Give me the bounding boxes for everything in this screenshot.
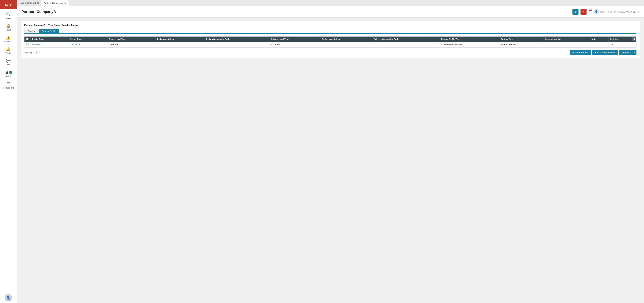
tab-general[interactable]: General xyxy=(24,29,38,33)
profile-name-link[interactable]: PP35000002 xyxy=(32,44,44,46)
table-cell: Supplier Partner xyxy=(499,42,543,48)
app-logo: one xyxy=(0,0,16,9)
actions-caret-icon[interactable]: ▾ xyxy=(632,50,636,55)
collapse-table-button[interactable]: ◀▶ xyxy=(632,37,636,41)
viewing-text: Viewing 1-1 of 1 xyxy=(24,51,40,54)
table-row: PP35000002CompanyAPalletizedPalletizedSt… xyxy=(24,42,636,48)
search-icon: 🔍 xyxy=(6,13,10,17)
sidebar-item-menus[interactable]: ☰ Menus/Favs xyxy=(0,80,16,91)
sidebar-item-switch[interactable]: 🖥 ⇄ Switch xyxy=(0,68,16,80)
sidebar-item-label: Home xyxy=(6,29,11,31)
table-header-row: Profile Name Partner Name Pickup Load Ty… xyxy=(24,37,636,42)
sidebar-item-label: Chats xyxy=(6,64,11,66)
username-label: TMS.TRANSPORTATION_MANAGER xyxy=(600,11,637,13)
page-header: Partner: CompanyA ↻ ✕ ☰ 👤 TMS.TRANSPORTA… xyxy=(17,6,644,18)
refresh-button[interactable]: ↻ xyxy=(572,9,578,15)
bell-icon: 🔔 xyxy=(6,48,10,51)
sidebar: one 🔍 Search 🏠 Home ⚠️ Problems 🔔 Alerts… xyxy=(0,0,17,303)
actions-dropdown[interactable]: Actions ▾ xyxy=(619,50,636,55)
table-cell xyxy=(156,42,204,48)
sidebar-item-label: Switch xyxy=(5,75,11,78)
tab-close-partner-company[interactable]: ✕ xyxy=(64,2,66,5)
switch-icon: 🖥 xyxy=(5,71,8,74)
partner-label: Partner: xyxy=(24,24,33,26)
add-partner-profile-button[interactable]: Add Partner Profile xyxy=(592,50,618,55)
tab-partner-company[interactable]: Partner: CompanyA ✕ xyxy=(42,0,68,6)
table-cell xyxy=(204,42,269,48)
row-checkbox[interactable] xyxy=(26,43,28,46)
content-area: Partner: CompanyA Type Name: Supplier Pa… xyxy=(17,18,644,303)
sidebar-item-problems[interactable]: ⚠️ Problems xyxy=(0,34,16,45)
warning-icon: ⚠️ xyxy=(6,36,10,40)
header-actions: ↻ ✕ ☰ 👤 TMS.TRANSPORTATION_MANAGER ▾ xyxy=(572,9,639,15)
col-note: Note xyxy=(590,37,608,42)
tab-close-neo-dashboard[interactable]: ✕ xyxy=(37,2,39,4)
partner-info: Partner: CompanyA Type Name: Supplier Pa… xyxy=(24,24,636,26)
menu-icon: ☰ xyxy=(7,82,10,86)
table-cell: Palletized xyxy=(107,42,156,48)
actions-label: Actions xyxy=(619,50,632,55)
select-all-checkbox[interactable] xyxy=(26,38,28,40)
sidebar-item-alerts[interactable]: 🔔 Alerts xyxy=(0,45,16,57)
col-partner-profile-type: Partner Profile Type xyxy=(439,37,499,42)
main-card: Partner: CompanyA Type Name: Supplier Pa… xyxy=(21,21,640,58)
col-delivery-commodity-code: Delivery Commodity Code xyxy=(372,37,440,42)
close-button[interactable]: ✕ xyxy=(580,9,586,15)
home-icon: 🏠 xyxy=(6,24,10,28)
col-pickup-commodity-code: Pickup Commodity Code xyxy=(204,37,269,42)
table-wrapper: ◀▶ Profile Name Partner Name Pickup Load… xyxy=(24,36,636,48)
user-avatar[interactable]: 👤 xyxy=(5,294,12,301)
col-delivery-load-type: Delivery Load Type xyxy=(269,37,320,42)
col-is-active: Is Active xyxy=(609,37,636,42)
type-value: Supplier Partner xyxy=(62,24,79,26)
tab-bar: Neo Dashboard ✕ Partner: CompanyA ✕ xyxy=(17,0,644,6)
table-cell: Palletized xyxy=(269,42,320,48)
table-footer: Viewing 1-1 of 1 Export to CSV Add Partn… xyxy=(24,50,636,55)
partner-name-link[interactable]: CompanyA xyxy=(70,44,80,46)
table-cell xyxy=(372,42,440,48)
user-dropdown-icon: ▾ xyxy=(638,11,639,13)
col-partner-type: Partner Type xyxy=(499,37,543,42)
sidebar-item-home[interactable]: 🏠 Home xyxy=(0,22,16,34)
switch-badge: ⇄ xyxy=(9,71,12,74)
footer-buttons: Export to CSV Add Partner Profile Action… xyxy=(570,50,636,55)
sidebar-item-chats[interactable]: 💬 Chats xyxy=(0,57,16,68)
col-partner-name: Partner Name xyxy=(68,37,107,42)
partner-profile-table: Profile Name Partner Name Pickup Load Ty… xyxy=(24,37,636,48)
sidebar-item-search[interactable]: 🔍 Search xyxy=(0,11,16,22)
table-cell: Yes xyxy=(609,42,636,48)
col-account-number: Account Number xyxy=(543,37,590,42)
sidebar-item-label: Search xyxy=(5,17,12,20)
tab-partner-profile[interactable]: Partner Profile xyxy=(39,29,59,33)
user-info[interactable]: 👤 TMS.TRANSPORTATION_MANAGER ▾ xyxy=(594,9,639,15)
col-pickup-load-type: Pickup Load Type xyxy=(107,37,156,42)
inner-tabs: General Partner Profile xyxy=(24,29,636,34)
col-profile-name: Profile Name xyxy=(30,37,68,42)
export-csv-button[interactable]: Export to CSV xyxy=(570,50,590,55)
sidebar-item-label: Menus/Favs xyxy=(3,87,14,89)
tab-neo-dashboard[interactable]: Neo Dashboard ✕ xyxy=(18,0,42,6)
chat-icon: 💬 xyxy=(6,59,10,63)
user-avatar-small: 👤 xyxy=(594,9,599,15)
table-cell xyxy=(543,42,590,48)
sidebar-item-label: Problems xyxy=(4,41,12,43)
main-area: Neo Dashboard ✕ Partner: CompanyA ✕ Part… xyxy=(17,0,644,303)
col-delivery-appt-code: Delivery Appt Code xyxy=(320,37,372,42)
col-pickup-appt-code: Pickup Appt Code xyxy=(156,37,204,42)
notification-dot xyxy=(590,10,592,11)
page-title: Partner: CompanyA xyxy=(22,10,56,14)
col-checkbox xyxy=(24,37,30,42)
table-cell xyxy=(320,42,372,48)
table-cell xyxy=(590,42,608,48)
type-label: Type Name: xyxy=(48,24,61,26)
hamburger-menu-button[interactable]: ☰ xyxy=(588,10,592,14)
table-cell: Standard PartnerProfile xyxy=(439,42,499,48)
switch-row: 🖥 ⇄ xyxy=(5,71,12,74)
partner-value: CompanyA xyxy=(34,24,46,26)
sidebar-item-label: Alerts xyxy=(6,52,11,54)
